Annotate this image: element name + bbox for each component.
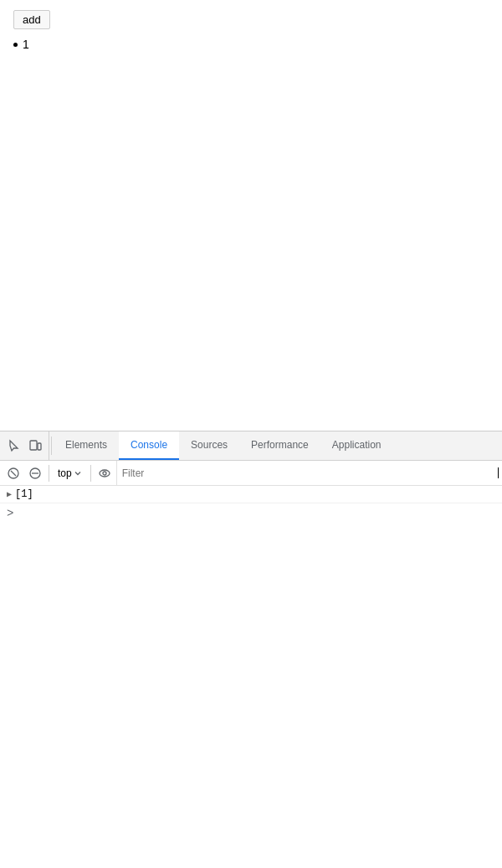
bullet-text: 1 <box>23 38 29 51</box>
bullet-item: 1 <box>13 38 489 51</box>
tab-separator <box>51 437 52 455</box>
tab-application[interactable]: Application <box>320 431 393 460</box>
devtools-tabs-bar: Elements Console Sources Performance App… <box>0 431 502 461</box>
bullet-dot <box>13 43 18 47</box>
add-button[interactable]: add <box>13 10 50 29</box>
prompt-symbol: > <box>7 507 13 520</box>
filter-input-wrapper <box>116 461 499 485</box>
device-toolbar-icon-button[interactable] <box>25 436 45 456</box>
svg-rect-1 <box>38 443 41 450</box>
block-icon <box>29 467 41 479</box>
devtools-panel: Elements Console Sources Performance App… <box>0 431 502 868</box>
tab-sources[interactable]: Sources <box>179 431 239 460</box>
toolbar-separator-2 <box>90 465 91 482</box>
device-icon <box>28 439 42 452</box>
log-array-value: [1] <box>15 488 33 500</box>
clear-icon <box>8 467 19 479</box>
toolbar-separator-1 <box>49 465 49 482</box>
devtools-icon-group <box>0 431 49 460</box>
dropdown-arrow-icon <box>74 469 82 477</box>
filter-input[interactable] <box>122 467 498 479</box>
tabs-list: Elements Console Sources Performance App… <box>54 431 502 460</box>
inspect-element-icon-button[interactable] <box>3 436 23 456</box>
page-content: add 1 <box>0 0 502 431</box>
tab-console[interactable]: Console <box>119 431 179 460</box>
svg-point-6 <box>100 470 110 477</box>
svg-rect-0 <box>30 441 37 450</box>
console-log-entry-1[interactable]: ▶ [1] <box>0 486 502 503</box>
eye-icon <box>98 467 111 480</box>
text-cursor <box>498 467 499 478</box>
clear-console-button[interactable] <box>3 463 23 483</box>
tab-elements[interactable]: Elements <box>54 431 119 460</box>
tab-performance[interactable]: Performance <box>239 431 320 460</box>
svg-line-3 <box>11 471 16 476</box>
expand-arrow-icon: ▶ <box>7 488 12 499</box>
cursor-icon <box>7 439 20 452</box>
block-messages-button[interactable] <box>25 463 45 483</box>
svg-point-7 <box>103 472 106 475</box>
context-selector[interactable]: top <box>53 466 87 481</box>
console-toolbar: top <box>0 461 502 486</box>
context-label: top <box>58 467 72 479</box>
console-prompt-line[interactable]: > <box>0 503 502 523</box>
live-expressions-button[interactable] <box>95 463 115 483</box>
console-output: ▶ [1] > <box>0 486 502 868</box>
